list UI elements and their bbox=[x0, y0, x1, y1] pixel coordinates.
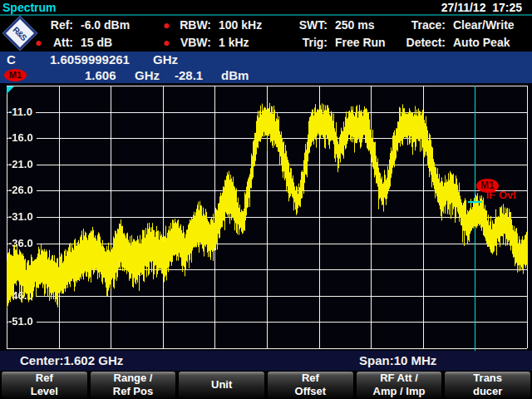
setting-att: ●Att:15 dB bbox=[35, 33, 130, 51]
setting-value: Clear/Write bbox=[453, 18, 515, 32]
title-bar: Spectrum 27/11/12 17:25 bbox=[0, 0, 532, 16]
marker-bar: C 1.6059999261 GHz M1 1.606 GHz -28.1 dB… bbox=[0, 52, 532, 83]
softkey-label-line2: Ref Pos bbox=[113, 385, 153, 398]
softkey-label-line1: Trans bbox=[473, 372, 502, 385]
setting-value: -6.0 dBm bbox=[81, 18, 130, 32]
setting-trace: Trace:Clear/Write bbox=[384, 16, 515, 33]
softkey-ref-offset[interactable]: RefOffset bbox=[268, 372, 353, 398]
span-value: Span:10 MHz bbox=[359, 353, 436, 367]
marker-level-unit: dBm bbox=[221, 68, 249, 82]
setting-value: 1 kHz bbox=[219, 36, 249, 49]
setting-label: VBW: bbox=[173, 36, 211, 49]
softkey-range-ref-pos[interactable]: Range /Ref Pos bbox=[91, 372, 176, 398]
settings-col-trace: Trace:Clear/WriteDetect:Auto Peak bbox=[384, 16, 515, 51]
setting-label: Att: bbox=[45, 36, 73, 49]
graticule-area: IF Ovl M1 -11.0-16.0-21.0-26.0-31.0-36.0… bbox=[0, 83, 532, 351]
softkey-label-line1: Ref bbox=[302, 372, 319, 385]
settings-col-amplitude: Ref:-6.0 dBm●Att:15 dB bbox=[35, 16, 130, 51]
softkey-label-line1: Unit bbox=[211, 378, 232, 392]
marker-frequency-unit: GHz bbox=[135, 68, 160, 82]
channel-frequency-unit: GHz bbox=[153, 52, 178, 66]
setting-value: 15 dB bbox=[81, 36, 112, 49]
channel-label: C bbox=[7, 52, 16, 66]
setting-vbw: ●VBW:1 kHz bbox=[163, 33, 262, 51]
manual-setting-bullet-icon: ● bbox=[163, 18, 173, 32]
marker-badge: M1 bbox=[4, 69, 27, 81]
setting-swt: SWT:250 ms bbox=[283, 16, 386, 33]
settings-header: R&S Ref:-6.0 dBm●Att:15 dB ●RBW:100 kHz●… bbox=[0, 16, 532, 52]
setting-label: SWT: bbox=[293, 18, 328, 32]
datetime: 27/11/12 17:25 bbox=[441, 1, 522, 14]
manual-setting-bullet-icon: ● bbox=[35, 36, 45, 49]
softkey-label-line1: Range / bbox=[114, 372, 153, 385]
setting-value: Auto Peak bbox=[453, 36, 510, 49]
setting-detect: Detect:Auto Peak bbox=[384, 33, 515, 51]
setting-ref: Ref:-6.0 dBm bbox=[35, 16, 130, 33]
setting-label: Trig: bbox=[293, 36, 328, 49]
setting-value: Free Run bbox=[335, 36, 386, 49]
center-frequency: Center:1.602 GHz bbox=[20, 353, 123, 367]
mode-title: Spectrum bbox=[2, 1, 57, 14]
marker-frequency: 1.606 bbox=[85, 68, 116, 82]
softkey-label-line2: Level bbox=[31, 385, 58, 398]
softkey-unit[interactable]: Unit bbox=[179, 372, 264, 398]
softkey-label-line2: ducer bbox=[473, 385, 502, 398]
manual-setting-bullet-icon: ● bbox=[163, 36, 173, 49]
setting-label: Trace: bbox=[394, 18, 446, 32]
softkey-label-line2: Offset bbox=[295, 385, 327, 398]
settings-col-sweep: SWT:250 msTrig:Free Run bbox=[283, 16, 386, 51]
spectrum-analyzer-screen: Spectrum 27/11/12 17:25 R&S Ref:-6.0 dBm… bbox=[0, 0, 532, 399]
channel-frequency: 1.6059999261 bbox=[50, 52, 130, 66]
setting-label: RBW: bbox=[173, 18, 211, 32]
trace-canvas bbox=[0, 83, 532, 351]
settings-col-bandwidth: ●RBW:100 kHz●VBW:1 kHz bbox=[163, 16, 262, 51]
setting-rbw: ●RBW:100 kHz bbox=[163, 16, 262, 33]
softkey-label-line1: RF Att / bbox=[380, 372, 418, 385]
trace-start-triangle-icon bbox=[7, 86, 14, 94]
setting-label: Ref: bbox=[45, 18, 73, 32]
setting-label: Detect: bbox=[394, 36, 446, 49]
softkey-transducer[interactable]: Transducer bbox=[445, 372, 530, 398]
frequency-footer: Center:1.602 GHz Span:10 MHz bbox=[0, 351, 532, 371]
marker-m1-badge-icon: M1 bbox=[476, 179, 499, 193]
softkey-label-line1: Ref bbox=[36, 372, 53, 385]
marker-level: -28.1 bbox=[175, 68, 203, 82]
softkey-rf-att-amp-imp[interactable]: RF Att /Amp / Imp bbox=[357, 372, 442, 398]
setting-trig: Trig:Free Run bbox=[283, 33, 386, 51]
setting-value: 250 ms bbox=[335, 18, 374, 32]
softkey-label-line2: Amp / Imp bbox=[373, 385, 426, 398]
rs-logo: R&S bbox=[2, 16, 37, 51]
softkey-bar: RefLevelRange /Ref PosUnitRefOffsetRF At… bbox=[0, 371, 532, 399]
setting-value: 100 kHz bbox=[219, 18, 262, 32]
softkey-ref-level[interactable]: RefLevel bbox=[2, 372, 87, 398]
